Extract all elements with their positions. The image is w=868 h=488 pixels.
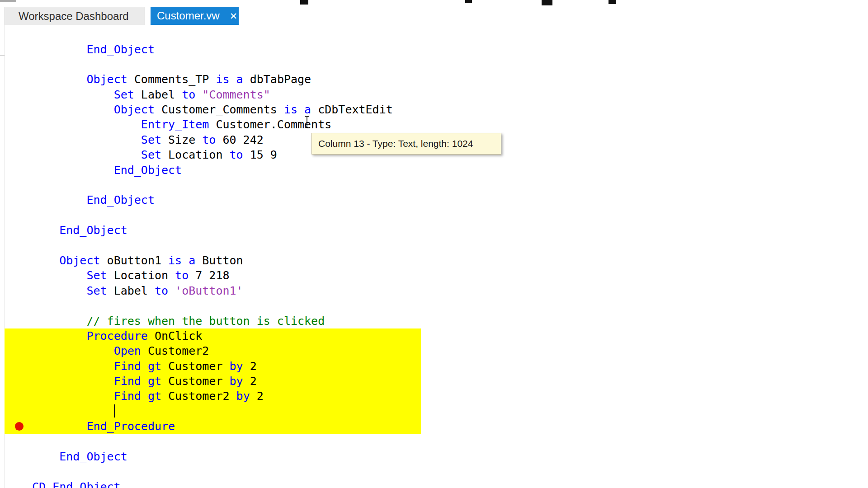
code-line[interactable]	[32, 57, 868, 72]
code-line[interactable]	[32, 208, 868, 223]
code-line[interactable]: CD_End_Object	[32, 479, 868, 488]
code-token: cDbTextEdit	[311, 103, 393, 116]
code-token: OnClick	[148, 329, 202, 343]
code-token: Set	[141, 133, 161, 146]
code-token: Set	[141, 148, 161, 161]
close-icon[interactable]: ✕	[230, 11, 238, 21]
document-tab-bar: Workspace Dashboard Customer.vw ✕	[0, 7, 868, 25]
code-token: Label	[107, 284, 155, 297]
code-token: to	[202, 133, 216, 146]
tab-label: Customer.vw	[151, 9, 220, 22]
code-line[interactable]	[32, 298, 868, 313]
code-token: Location	[107, 269, 175, 282]
tooltip-text: Column 13 - Type: Text, length: 1024	[318, 138, 473, 149]
code-token	[141, 375, 148, 388]
code-token: Find	[114, 360, 141, 373]
code-tooltip: Column 13 - Type: Text, length: 1024	[311, 133, 501, 155]
code-token: Customer2	[141, 344, 209, 357]
code-token	[141, 360, 148, 373]
code-token: Customer.Comments	[209, 118, 331, 131]
tab-customer-vw[interactable]: Customer.vw ✕	[151, 7, 239, 25]
code-token: Entry_Item	[141, 118, 209, 131]
tab-workspace-dashboard[interactable]: Workspace Dashboard	[5, 7, 145, 25]
code-token: by	[230, 360, 243, 373]
code-line[interactable]	[32, 178, 868, 192]
code-line[interactable]	[32, 434, 868, 449]
code-token: to	[182, 88, 195, 101]
code-token: End_Object	[114, 164, 182, 177]
ui-fragment	[609, 0, 616, 4]
code-token: 60 242	[216, 133, 263, 146]
code-token: Label	[134, 88, 182, 101]
code-content: End_Object Object Comments_TP is a dbTab…	[32, 42, 868, 488]
code-token: Comments_TP	[127, 73, 216, 86]
code-token: Set	[86, 284, 107, 297]
code-token: by	[236, 389, 250, 403]
text-caret	[114, 404, 115, 418]
ui-fragment	[465, 0, 472, 3]
code-line[interactable]	[32, 404, 868, 419]
code-token: Open	[114, 344, 141, 357]
code-token	[168, 284, 175, 297]
code-token: "Comments"	[202, 88, 270, 101]
code-token: is a	[168, 254, 195, 267]
code-line[interactable]: Find gt Customer by 2	[32, 359, 868, 374]
code-line[interactable]: Open Customer2	[32, 343, 868, 358]
code-line[interactable]: Find gt Customer2 by 2	[32, 389, 868, 404]
code-token: gt	[148, 360, 161, 373]
code-token: Object	[59, 254, 100, 267]
code-line[interactable]: Object Comments_TP is a dbTabPage	[32, 72, 868, 87]
code-line[interactable]: End_Object	[32, 449, 868, 464]
code-token: to	[155, 284, 168, 297]
code-line[interactable]: End_Object	[32, 42, 868, 57]
code-line[interactable]: End_Object	[32, 163, 868, 178]
code-token: End_Procedure	[86, 420, 175, 433]
code-token: Find	[114, 389, 141, 403]
code-token: Customer	[161, 375, 230, 388]
code-line[interactable]	[32, 464, 868, 479]
code-line[interactable]: Set Label to "Comments"	[32, 87, 868, 102]
code-token: 2	[250, 389, 264, 403]
code-token: to	[230, 148, 243, 161]
code-token: End_Object	[86, 193, 155, 206]
code-token: by	[230, 375, 243, 388]
code-token: is a	[284, 103, 311, 116]
code-token: Object	[86, 73, 127, 86]
code-token	[195, 88, 202, 101]
code-token: is a	[216, 73, 243, 86]
ui-fragment	[300, 0, 308, 5]
code-line[interactable]: Entry_Item Customer.Comments	[32, 117, 868, 132]
code-line[interactable]: Set Location to 7 218	[32, 268, 868, 283]
ui-fragment	[0, 0, 16, 2]
code-token: 7 218	[189, 269, 229, 282]
code-token: End_Object	[59, 450, 127, 463]
code-line[interactable]: Procedure OnClick	[32, 328, 868, 343]
toolbar-remnant	[0, 0, 868, 7]
panel-edge	[0, 55, 5, 56]
code-line[interactable]: End_Procedure	[32, 419, 868, 434]
code-token: Size	[161, 133, 202, 146]
code-line[interactable]: End_Object	[32, 192, 868, 207]
code-token: gt	[148, 389, 161, 403]
code-line[interactable]: // fires when the button is clicked	[32, 314, 868, 328]
ide-window: Workspace Dashboard Customer.vw ✕ End_Ob…	[0, 0, 868, 488]
code-token: End_Object	[59, 224, 127, 237]
code-line[interactable]: Object Customer_Comments is a cDbTextEdi…	[32, 102, 868, 117]
code-editor[interactable]: End_Object Object Comments_TP is a dbTab…	[0, 25, 868, 488]
code-token: 15 9	[243, 148, 277, 161]
code-token: Object	[114, 103, 155, 116]
code-token: // fires when the button is clicked	[86, 314, 325, 328]
code-token: 'oButton1'	[175, 284, 243, 297]
code-token: Customer_Comments	[155, 103, 284, 116]
code-line[interactable]	[32, 238, 868, 253]
code-line[interactable]: Find gt Customer by 2	[32, 374, 868, 389]
code-token: CD_End_Object	[32, 480, 121, 488]
code-token: 2	[243, 360, 257, 373]
code-line[interactable]: Set Label to 'oButton1'	[32, 283, 868, 298]
code-token: Location	[161, 148, 230, 161]
code-token: to	[175, 269, 189, 282]
code-line[interactable]: End_Object	[32, 223, 868, 238]
code-token: Button	[195, 254, 243, 267]
code-line[interactable]: Object oButton1 is a Button	[32, 253, 868, 268]
code-token: Procedure	[86, 329, 147, 343]
